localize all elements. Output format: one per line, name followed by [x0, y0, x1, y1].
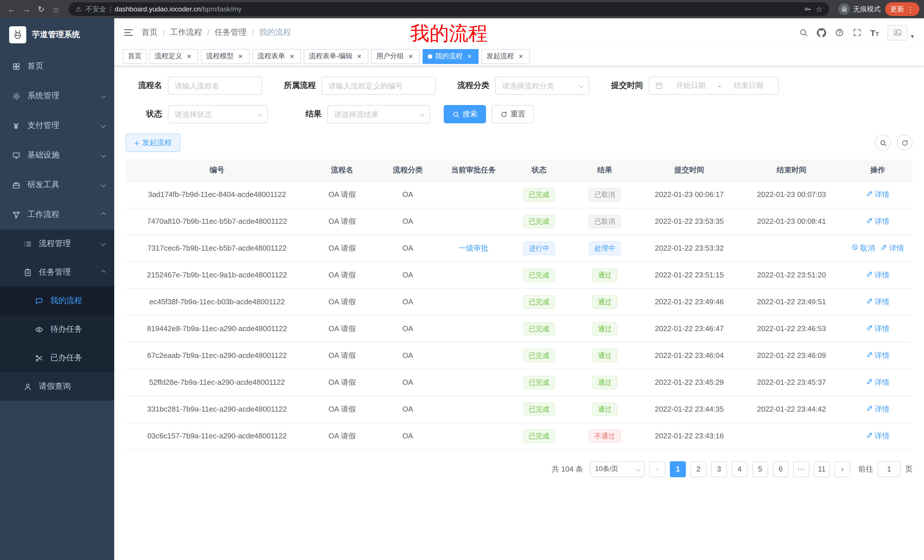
- detail-link[interactable]: 详情: [866, 270, 890, 280]
- page-button-4[interactable]: 4: [732, 461, 747, 477]
- page-size-value[interactable]: [590, 461, 645, 477]
- sidebar-item-system[interactable]: 系统管理: [0, 81, 114, 111]
- address-bar[interactable]: ⚠ 不安全 dashboard.yudao.iocoder.cn/bpm/tas…: [69, 2, 829, 16]
- sidebar-item-workflow[interactable]: 工作流程: [0, 200, 114, 229]
- page-button-11[interactable]: 11: [814, 461, 830, 477]
- page-button-6[interactable]: 6: [772, 461, 789, 477]
- refresh-table-button[interactable]: [897, 135, 913, 151]
- tab-process-definition[interactable]: 流程定义×: [150, 49, 198, 64]
- end-date-placeholder[interactable]: 结束日期: [724, 81, 772, 91]
- detail-link[interactable]: 详情: [866, 296, 890, 307]
- tab-process-form-edit[interactable]: 流程表单-编辑×: [304, 49, 368, 64]
- tab-my-process[interactable]: 我的流程×: [423, 49, 478, 64]
- close-icon[interactable]: ×: [406, 52, 415, 60]
- cell-actions: 详情: [843, 395, 913, 422]
- detail-link[interactable]: 详情: [866, 431, 890, 441]
- tab-user-group[interactable]: 用户分组×: [371, 49, 420, 64]
- status-select-input[interactable]: [168, 105, 268, 123]
- start-date-placeholder[interactable]: 开始日期: [666, 81, 715, 91]
- search-button-label: 搜索: [463, 109, 477, 119]
- column-header: 流程分类: [376, 159, 440, 181]
- cell-id: ec45f38f-7b9a-11ec-b03b-acde48001122: [126, 288, 308, 315]
- menu-dots-icon[interactable]: ⋮: [907, 5, 914, 13]
- sidebar-item-home[interactable]: 首页: [0, 51, 114, 81]
- github-icon[interactable]: [817, 28, 826, 37]
- sidebar-item-my-process[interactable]: 我的流程: [0, 287, 114, 315]
- tab-start-process[interactable]: 发起流程×: [482, 49, 530, 64]
- sidebar-item-todo-tasks[interactable]: 待办任务: [0, 315, 114, 344]
- detail-link[interactable]: 详情: [866, 377, 890, 387]
- close-icon[interactable]: ×: [517, 52, 525, 60]
- cancel-link[interactable]: 取消: [852, 243, 875, 253]
- process-def-input[interactable]: [321, 76, 436, 95]
- sidebar-item-infrastructure[interactable]: 基础设施: [0, 141, 114, 170]
- close-icon[interactable]: ×: [465, 52, 473, 60]
- key-icon[interactable]: [804, 5, 812, 13]
- column-header: 流程名: [308, 159, 376, 181]
- cancel-icon: [852, 244, 858, 252]
- current-task-link[interactable]: 一级审批: [459, 244, 488, 252]
- breadcrumb-item-home[interactable]: 首页: [142, 27, 158, 38]
- tab-process-model[interactable]: 流程模型×: [201, 49, 249, 64]
- sidebar-item-process-manage[interactable]: 流程管理: [0, 229, 114, 258]
- detail-link[interactable]: 详情: [880, 243, 904, 253]
- tab-home[interactable]: 首页: [123, 49, 147, 64]
- sidebar-item-payment[interactable]: ¥支付管理: [0, 111, 114, 141]
- submit-time-range[interactable]: 开始日期 - 结束日期: [649, 76, 779, 95]
- hide-search-button[interactable]: [875, 135, 891, 151]
- close-icon[interactable]: ×: [355, 52, 363, 60]
- status-select[interactable]: [168, 105, 268, 123]
- sidebar-item-dev-tools[interactable]: 研发工具: [0, 170, 114, 200]
- sidebar-item-task-manage[interactable]: 任务管理: [0, 258, 114, 287]
- detail-link[interactable]: 详情: [866, 216, 890, 226]
- font-size-icon[interactable]: TT: [870, 28, 879, 37]
- detail-link[interactable]: 详情: [866, 350, 890, 361]
- close-icon[interactable]: ×: [185, 52, 193, 60]
- tab-process-form[interactable]: 流程表单×: [252, 49, 301, 64]
- page-button-5[interactable]: 5: [752, 461, 768, 477]
- process-name-input[interactable]: [168, 76, 262, 95]
- update-button[interactable]: 更新 ⋮: [885, 2, 920, 16]
- more-pages-button[interactable]: ···: [793, 461, 809, 477]
- search-button[interactable]: 搜索: [444, 105, 486, 123]
- cell-task: [440, 262, 507, 288]
- table-row: ec45f38f-7b9a-11ec-b03b-acde48001122OA 请…: [126, 288, 913, 315]
- result-select[interactable]: [327, 105, 430, 123]
- prev-page-button[interactable]: ‹: [650, 461, 665, 477]
- avatar[interactable]: [888, 25, 908, 40]
- close-icon[interactable]: ×: [288, 52, 296, 60]
- back-icon[interactable]: ←: [4, 2, 18, 16]
- detail-link[interactable]: 详情: [866, 323, 890, 334]
- cell-result: 通过: [571, 288, 639, 315]
- hamburger-icon[interactable]: [123, 27, 134, 38]
- reload-icon[interactable]: ↻: [34, 2, 48, 16]
- goto-page-input[interactable]: [878, 461, 901, 477]
- question-icon[interactable]: [835, 28, 844, 37]
- close-icon[interactable]: ×: [236, 52, 244, 60]
- sidebar-item-done-tasks[interactable]: 已办任务: [0, 344, 114, 372]
- category-select-input[interactable]: [495, 76, 590, 95]
- reset-button[interactable]: 重置: [492, 105, 534, 123]
- page-button-1[interactable]: 1: [670, 461, 686, 477]
- next-page-button[interactable]: ›: [834, 461, 850, 477]
- url-text[interactable]: dashboard.yudao.iocoder.cn/bpm/task/my: [115, 5, 242, 13]
- page-size-select[interactable]: [590, 461, 645, 477]
- sidebar-item-leave-query[interactable]: 请假查询: [0, 372, 114, 401]
- search-icon[interactable]: [799, 28, 808, 37]
- page-button-3[interactable]: 3: [711, 461, 727, 477]
- breadcrumb-item-workflow[interactable]: 工作流程: [170, 27, 202, 38]
- bookmark-star-icon[interactable]: ☆: [816, 5, 822, 13]
- breadcrumb-item-task-manage[interactable]: 任务管理: [215, 27, 247, 38]
- category-select[interactable]: [495, 76, 590, 95]
- browser-home-icon[interactable]: ⌂: [49, 2, 63, 16]
- avatar-menu[interactable]: ▼: [888, 25, 915, 40]
- page-button-2[interactable]: 2: [690, 461, 706, 477]
- detail-link[interactable]: 详情: [866, 189, 890, 199]
- result-select-input[interactable]: [327, 105, 430, 123]
- fullscreen-icon[interactable]: [853, 28, 862, 37]
- create-process-button[interactable]: + 发起流程: [126, 133, 180, 152]
- detail-icon: [866, 271, 873, 279]
- detail-link[interactable]: 详情: [866, 404, 890, 414]
- forward-icon[interactable]: →: [20, 2, 33, 16]
- cell-status: 已完成: [507, 395, 571, 422]
